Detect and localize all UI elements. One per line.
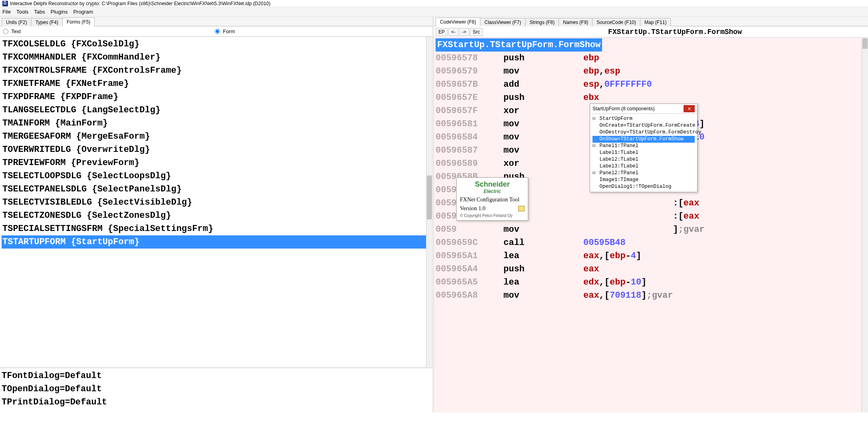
asm-line[interactable]: 0059657Epushebx	[436, 91, 866, 104]
menu-file[interactable]: File	[2, 9, 11, 15]
menubar[interactable]: FileToolsTabsPluginsProgram	[0, 7, 868, 17]
forms-list[interactable]: TFXCOLSELDLG {FXColSelDlg}TFXCOMMHANDLER…	[0, 37, 432, 368]
splash-line1: FXNet Configuration Tool	[460, 197, 525, 203]
radio-text[interactable]	[3, 29, 8, 34]
tree-title-text: StartUpForm (8 components)	[593, 106, 654, 111]
tab-codeviewer-f6-[interactable]: CodeViewer (F6)	[436, 18, 480, 26]
list-item[interactable]: TPREVIEWFORM {PreviewForm}	[2, 156, 431, 169]
menu-tools[interactable]: Tools	[16, 9, 28, 15]
right-tabstrip[interactable]: CodeViewer (F6)ClassViewer (F7)Strings (…	[436, 18, 868, 26]
tree-node[interactable]: ⊟ Panel2:TPanel	[593, 170, 695, 177]
asm-scrollbar[interactable]	[862, 38, 868, 412]
radio-form[interactable]	[215, 29, 220, 34]
forms-scrollbar[interactable]	[426, 37, 432, 367]
radio-text-label: Text	[11, 28, 21, 34]
tab-sourcecode-f10-[interactable]: SourceCode (F10)	[592, 18, 640, 26]
scrollbar-thumb[interactable]	[427, 175, 432, 219]
tab-map-f11-[interactable]: Map (F11)	[640, 18, 671, 26]
tab-units-f2-[interactable]: Units (F2)	[2, 18, 32, 26]
tree-node[interactable]: ⊟ StartUpForm	[593, 115, 695, 122]
list-item[interactable]: TSTARTUPFORM {StartUpForm}	[2, 235, 431, 249]
right-pane: CodeViewer (F6)ClassViewer (F7)Strings (…	[434, 17, 868, 412]
asm-line[interactable]: 005965A8moveax,[709118];gvar	[436, 289, 866, 302]
tree-node[interactable]: Label1:TLabel	[593, 149, 695, 156]
menu-program[interactable]: Program	[73, 9, 93, 15]
list-item[interactable]: TLANGSELECTDLG {LangSelectDlg}	[2, 104, 431, 117]
list-item[interactable]: TMAINFORM {MainForm}	[2, 117, 431, 130]
asm-line[interactable]: 005965A4pusheax	[436, 263, 866, 276]
tree-body[interactable]: ⊟ StartUpForm OnCreate=TStartUpForm.Form…	[590, 114, 697, 192]
tab-types-f4-[interactable]: Types (F4)	[31, 18, 63, 26]
nav-forward-button[interactable]: ->	[459, 28, 469, 36]
tree-node[interactable]: OpenDialog1:!TOpenDialog	[593, 183, 695, 190]
tree-node[interactable]: Label3:TLabel	[593, 163, 695, 170]
nav-ep-button[interactable]: EP	[436, 28, 448, 36]
tab-classviewer-f7-[interactable]: ClassViewer (F7)	[480, 18, 525, 26]
tab-names-f9-[interactable]: Names (F9)	[559, 18, 593, 26]
view-mode-row: Text Form	[0, 26, 432, 37]
list-item[interactable]: TSELECTZONESDLG {SelectZonesDlg}	[2, 209, 431, 222]
list-item[interactable]: TOVERWRITEDLG {OverwriteDlg}	[2, 143, 431, 156]
splash-line2: Version 1.0	[460, 205, 525, 212]
list-item[interactable]: TSELECTPANELSDLG {SelectPanelsDlg}	[2, 183, 431, 196]
app-icon	[2, 1, 8, 6]
code-navbar: EP <- -> Src FXStartUp.TStartUpForm.Form…	[434, 26, 868, 38]
asm-heading: FXStartUp.TStartUpForm.FormShow	[436, 38, 602, 52]
tab-strings-f8-[interactable]: Strings (F8)	[525, 18, 559, 26]
nav-back-button[interactable]: <-	[448, 28, 458, 36]
window-titlebar: Interactive Delphi Reconstructor by cryp…	[0, 0, 868, 7]
tree-node[interactable]: Label2:TLabel	[593, 156, 695, 163]
menu-plugins[interactable]: Plugins	[51, 9, 68, 15]
splash-copyright: © Copyright Pelco Finland Oy	[460, 213, 525, 218]
list-item[interactable]: TFXCOLSELDLG {FXColSelDlg}	[2, 38, 431, 51]
list-item[interactable]: TFXPDFRAME {FXPDFrame}	[2, 90, 431, 104]
nav-src-button[interactable]: Src	[470, 28, 483, 36]
list-item[interactable]: TFXCONTROLSFRAME {FXControlsFrame}	[2, 64, 431, 77]
list-item[interactable]: TFXNETFRAME {FXNetFrame}	[2, 77, 431, 90]
component-tree-popup[interactable]: StartUpForm (8 components) ✕ ⊟ StartUpFo…	[590, 104, 698, 192]
image-icon	[518, 206, 525, 211]
left-tabstrip[interactable]: Units (F2)Types (F4)Forms (F5)	[2, 18, 432, 26]
close-icon[interactable]: ✕	[684, 105, 695, 112]
list-item[interactable]: TSPECIALSETTINGSFRM {SpecialSettingsFrm}	[2, 222, 431, 235]
list-item[interactable]: TFXCOMMHANDLER {FXCommHandler}	[2, 51, 431, 64]
list-item[interactable]: TOpenDialog=Default	[2, 382, 431, 396]
code-title: FXStartUp.TStartUpForm.FormShow	[484, 28, 866, 36]
tree-node[interactable]: OnShow=TStartUpForm.FormShow	[593, 136, 695, 143]
menu-tabs[interactable]: Tabs	[34, 9, 45, 15]
form-preview-popup[interactable]: Schneider Electric FXNet Configuration T…	[456, 177, 528, 221]
asm-line[interactable]: 005965A5leaedx,[ebp-10]	[436, 276, 866, 289]
brand-logo: Schneider Electric	[460, 180, 525, 194]
tree-node[interactable]: OnCreate=TStartUpForm.FormCreate	[593, 122, 695, 129]
asm-line[interactable]: 00596578pushebp	[436, 52, 866, 65]
left-pane: Units (F2)Types (F4)Forms (F5) Text Form…	[0, 17, 434, 412]
asm-line[interactable]: 0059657Baddesp,0FFFFFFF0	[436, 78, 866, 91]
tab-forms-f5-[interactable]: Forms (F5)	[62, 18, 95, 26]
dialogs-list[interactable]: TFontDialog=DefaultTOpenDialog=DefaultTP…	[0, 368, 432, 412]
list-item[interactable]: TMERGEESAFORM {MergeEsaForm}	[2, 130, 431, 143]
asm-line[interactable]: 0059mov ];gvar	[436, 223, 866, 236]
list-item[interactable]: TPrintDialog=Default	[2, 396, 431, 409]
asm-line[interactable]: 0059659Ccall00595B48	[436, 236, 866, 249]
asm-line[interactable]: 005965A1leaeax,[ebp-4]	[436, 249, 866, 263]
list-item[interactable]: TFontDialog=Default	[2, 369, 431, 382]
tree-node[interactable]: Image1:TImage	[593, 177, 695, 183]
asm-line[interactable]: 00596579movebp,esp	[436, 65, 866, 78]
tree-titlebar[interactable]: StartUpForm (8 components) ✕	[590, 104, 697, 114]
list-item[interactable]: TSELECTVISIBLEDLG {SelectVisibleDlg}	[2, 196, 431, 209]
tree-node[interactable]: ⊟ Panel1:TPanel	[593, 143, 695, 149]
disassembly-view[interactable]: FXStartUp.TStartUpForm.FormShow00596578p…	[434, 38, 868, 412]
tree-node[interactable]: OnDestroy=TStartUpForm.FormDestroy	[593, 129, 695, 136]
list-item[interactable]: TSELECTLOOPSDLG {SelectLoopsDlg}	[2, 169, 431, 183]
window-title: Interactive Delphi Reconstructor by cryp…	[10, 1, 270, 6]
scrollbar-thumb[interactable]	[862, 38, 868, 49]
radio-form-label: Form	[223, 28, 235, 34]
